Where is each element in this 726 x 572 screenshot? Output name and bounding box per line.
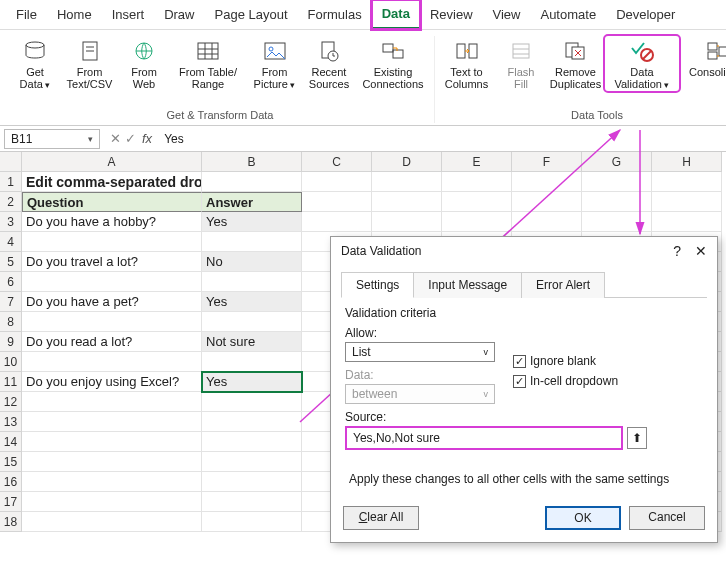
cell[interactable] [512,212,582,232]
from-table-button[interactable]: From Table/Range [171,36,245,91]
cell[interactable] [202,352,302,372]
cell[interactable] [202,472,302,492]
col-header-b[interactable]: B [202,152,302,172]
cell[interactable] [22,412,202,432]
tab-developer[interactable]: Developer [606,1,685,28]
cell[interactable]: Yes▼ [202,372,302,392]
dialog-titlebar[interactable]: Data Validation ? ✕ [331,237,717,265]
cancel-button[interactable]: Cancel [629,506,705,530]
cell[interactable] [22,472,202,492]
tab-automate[interactable]: Automate [530,1,606,28]
cell[interactable]: Yes [202,212,302,232]
range-picker-button[interactable]: ⬆ [627,427,647,449]
from-csv-button[interactable]: FromText/CSV [62,36,117,91]
row-header[interactable]: 2 [0,192,22,212]
col-header-f[interactable]: F [512,152,582,172]
cell[interactable] [202,432,302,452]
col-header-h[interactable]: H [652,152,722,172]
cell[interactable] [302,212,372,232]
existing-connections-button[interactable]: ExistingConnections [356,36,430,91]
name-box[interactable]: B11▾ [4,129,100,149]
cell[interactable] [372,212,442,232]
tab-home[interactable]: Home [47,1,102,28]
cell[interactable]: Do you have a hobby? [22,212,202,232]
row-header[interactable]: 14 [0,432,22,452]
select-all-corner[interactable] [0,152,22,172]
cell[interactable] [442,212,512,232]
tab-review[interactable]: Review [420,1,483,28]
tab-formulas[interactable]: Formulas [298,1,372,28]
apply-all-checkbox[interactable]: Apply these changes to all other cells w… [345,472,703,486]
clear-all-button[interactable]: Clear All [343,506,419,530]
cell[interactable] [22,512,202,532]
fx-icon[interactable]: fx [142,131,160,146]
cell[interactable] [22,272,202,292]
cell[interactable] [512,172,582,192]
col-header-d[interactable]: D [372,152,442,172]
cell[interactable] [442,192,512,212]
recent-sources-button[interactable]: RecentSources [304,36,354,91]
tab-insert[interactable]: Insert [102,1,155,28]
text-to-columns-button[interactable]: Text toColumns [439,36,494,91]
cell[interactable] [22,492,202,512]
cell[interactable]: Yes [202,292,302,312]
formula-value[interactable]: Yes [160,132,184,146]
col-header-c[interactable]: C [302,152,372,172]
row-header[interactable]: 18 [0,512,22,532]
cell[interactable]: Not sure [202,332,302,352]
cell[interactable] [302,172,372,192]
cell[interactable] [582,172,652,192]
cell[interactable] [652,172,722,192]
cell[interactable] [22,452,202,472]
cell[interactable]: Edit comma-separated drop down list [22,172,202,192]
consolidate-button[interactable]: Consolidate [681,36,726,91]
row-header[interactable]: 7 [0,292,22,312]
cell[interactable] [442,172,512,192]
tab-draw[interactable]: Draw [154,1,204,28]
cell[interactable] [22,432,202,452]
cell[interactable]: Do you have a pet? [22,292,202,312]
col-header-a[interactable]: A [22,152,202,172]
row-header[interactable]: 9 [0,332,22,352]
from-web-button[interactable]: FromWeb [119,36,169,91]
ok-button[interactable]: OK [545,506,621,530]
cell[interactable] [582,212,652,232]
cell[interactable]: Do you enjoy using Excel? [22,372,202,392]
row-header[interactable]: 12 [0,392,22,412]
remove-duplicates-button[interactable]: RemoveDuplicates [548,36,603,91]
cell[interactable] [202,312,302,332]
row-header[interactable]: 16 [0,472,22,492]
cell[interactable] [372,172,442,192]
row-header[interactable]: 1 [0,172,22,192]
ignore-blank-checkbox[interactable]: ✓Ignore blank [513,354,618,368]
row-header[interactable]: 8 [0,312,22,332]
row-header[interactable]: 17 [0,492,22,512]
row-header[interactable]: 13 [0,412,22,432]
flash-fill-button[interactable]: FlashFill [496,36,546,91]
cell[interactable] [202,512,302,532]
formula-accept-icon[interactable]: ✓ [125,131,136,146]
cell[interactable] [582,192,652,212]
cell[interactable] [372,192,442,212]
dialog-tab-settings[interactable]: Settings [341,272,414,298]
cell[interactable]: No [202,252,302,272]
dialog-tab-input-message[interactable]: Input Message [413,272,522,298]
col-header-g[interactable]: G [582,152,652,172]
dialog-help-button[interactable]: ? [673,243,681,259]
row-header[interactable]: 6 [0,272,22,292]
cell[interactable]: Question [22,192,202,212]
row-header[interactable]: 15 [0,452,22,472]
cell[interactable] [202,492,302,512]
col-header-e[interactable]: E [442,152,512,172]
cell[interactable]: Do you travel a lot? [22,252,202,272]
row-header[interactable]: 11 [0,372,22,392]
incell-dropdown-checkbox[interactable]: ✓In-cell dropdown [513,374,618,388]
dialog-tab-error-alert[interactable]: Error Alert [521,272,605,298]
row-header[interactable]: 3 [0,212,22,232]
cell[interactable] [202,452,302,472]
cell[interactable] [22,352,202,372]
get-data-button[interactable]: GetData [10,36,60,91]
tab-page-layout[interactable]: Page Layout [205,1,298,28]
row-header[interactable]: 5 [0,252,22,272]
formula-cancel-icon[interactable]: ✕ [110,131,121,146]
